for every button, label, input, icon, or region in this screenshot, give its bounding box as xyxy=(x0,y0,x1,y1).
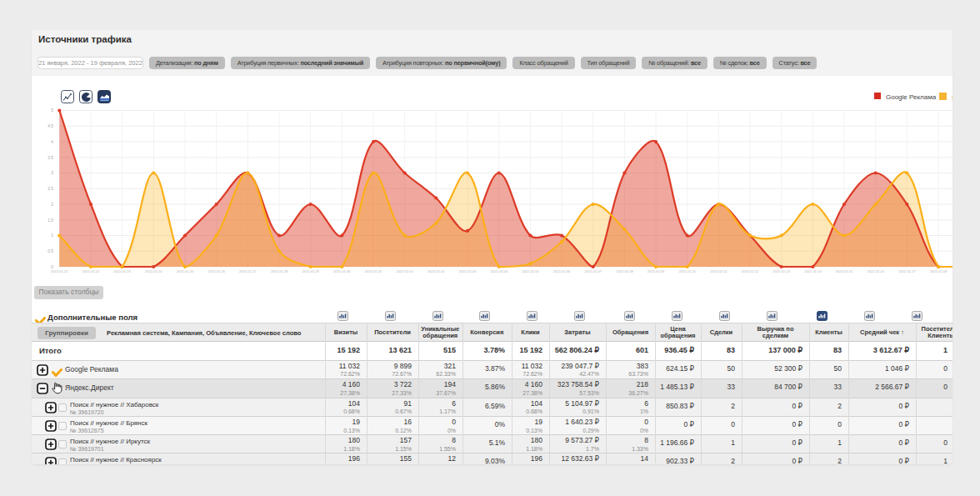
svg-text:2.5: 2.5 xyxy=(48,187,53,191)
svg-text:4: 4 xyxy=(51,140,53,144)
svg-text:2022-02-06: 2022-02-06 xyxy=(553,269,571,273)
svg-text:1.5: 1.5 xyxy=(48,218,53,223)
svg-text:3: 3 xyxy=(51,171,53,175)
svg-text:0.5: 0.5 xyxy=(48,249,53,253)
svg-text:2022-02-05: 2022-02-05 xyxy=(522,269,539,273)
svg-text:2022-02-08: 2022-02-08 xyxy=(616,269,633,273)
svg-text:2022-01-24: 2022-01-24 xyxy=(145,269,162,273)
svg-text:2022-01-21: 2022-01-21 xyxy=(51,269,68,273)
svg-text:3.5: 3.5 xyxy=(48,156,53,160)
svg-text:2022-01-27: 2022-01-27 xyxy=(239,269,257,273)
svg-text:2022-01-22: 2022-01-22 xyxy=(82,269,100,273)
svg-text:2022-02-09: 2022-02-09 xyxy=(648,269,665,273)
svg-text:2022-02-02: 2022-02-02 xyxy=(428,269,445,273)
svg-text:2022-02-04: 2022-02-04 xyxy=(490,269,508,273)
svg-text:2: 2 xyxy=(51,203,53,207)
svg-text:5: 5 xyxy=(51,108,53,113)
svg-text:2022-02-15: 2022-02-15 xyxy=(836,269,853,273)
svg-text:2022-02-14: 2022-02-14 xyxy=(804,269,822,273)
svg-text:2022-02-03: 2022-02-03 xyxy=(459,269,477,273)
svg-text:2022-01-23: 2022-01-23 xyxy=(113,269,131,273)
svg-text:2022-02-18: 2022-02-18 xyxy=(930,269,948,273)
svg-text:2022-02-10: 2022-02-10 xyxy=(678,269,696,273)
svg-text:2022-02-07: 2022-02-07 xyxy=(584,269,602,273)
svg-text:2022-02-01: 2022-02-01 xyxy=(396,269,413,273)
svg-text:4.5: 4.5 xyxy=(48,124,53,128)
svg-text:2022-01-29: 2022-01-29 xyxy=(302,269,319,273)
svg-text:2022-01-26: 2022-01-26 xyxy=(208,269,225,273)
svg-text:2022-02-13: 2022-02-13 xyxy=(772,269,790,273)
svg-text:2022-01-25: 2022-01-25 xyxy=(177,269,194,273)
svg-text:2022-02-16: 2022-02-16 xyxy=(867,269,884,273)
svg-text:2022-01-28: 2022-01-28 xyxy=(271,269,288,273)
svg-text:2022-01-30: 2022-01-30 xyxy=(333,269,351,273)
svg-text:2022-02-11: 2022-02-11 xyxy=(710,269,728,273)
svg-text:1: 1 xyxy=(51,233,53,238)
svg-text:2022-01-31: 2022-01-31 xyxy=(365,269,382,273)
svg-text:2022-02-12: 2022-02-12 xyxy=(742,269,759,273)
svg-text:2022-02-17: 2022-02-17 xyxy=(898,269,916,273)
